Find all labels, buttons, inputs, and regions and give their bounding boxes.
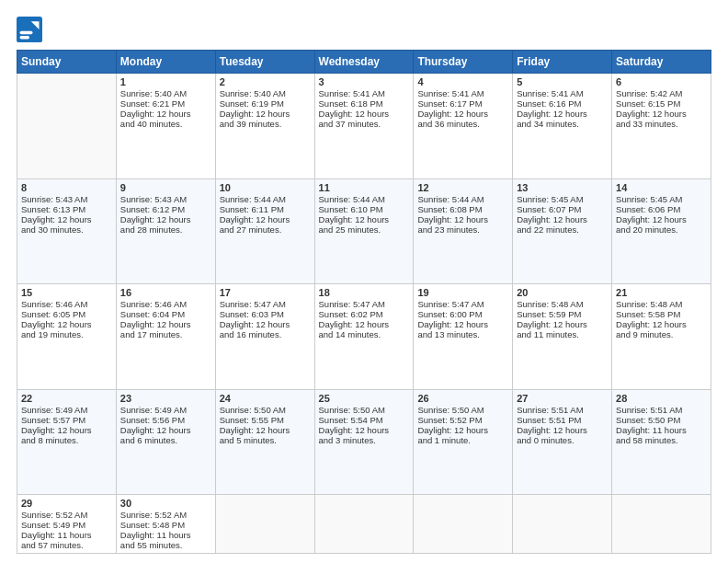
calendar-cell <box>17 74 117 179</box>
day-number: 22 <box>21 393 112 404</box>
day-number: 20 <box>517 287 608 298</box>
calendar-cell: 22Sunrise: 5:49 AMSunset: 5:57 PMDayligh… <box>17 389 117 495</box>
day-info-line: Sunrise: 5:42 AM <box>616 88 707 98</box>
calendar-cell: 15Sunrise: 5:46 AMSunset: 6:05 PMDayligh… <box>17 284 117 390</box>
day-info-line: Sunrise: 5:47 AM <box>319 299 410 309</box>
calendar-cell: 30Sunrise: 5:52 AMSunset: 5:48 PMDayligh… <box>116 495 215 554</box>
day-info-line: Sunset: 5:52 PM <box>417 415 508 425</box>
day-info-line: Sunset: 6:08 PM <box>417 204 508 214</box>
day-info-line: and 22 minutes. <box>517 224 608 235</box>
day-info-line: Daylight: 12 hours <box>616 214 707 224</box>
day-info-line: Daylight: 12 hours <box>120 425 211 435</box>
day-info-line: Daylight: 12 hours <box>517 319 608 329</box>
day-number: 28 <box>616 393 707 404</box>
calendar-cell: 10Sunrise: 5:44 AMSunset: 6:11 PMDayligh… <box>215 178 314 284</box>
day-info-line: Daylight: 12 hours <box>319 214 410 224</box>
day-number: 10 <box>220 182 311 193</box>
day-info-line: and 0 minutes. <box>517 435 608 445</box>
day-number: 1 <box>120 76 211 87</box>
svg-rect-3 <box>20 36 30 40</box>
calendar-cell: 21Sunrise: 5:48 AMSunset: 5:58 PMDayligh… <box>612 284 711 390</box>
day-info-line: Sunset: 6:19 PM <box>220 98 311 109</box>
day-info-line: Sunrise: 5:52 AM <box>120 510 211 520</box>
day-number: 5 <box>517 76 608 87</box>
day-info-line: Daylight: 12 hours <box>220 214 311 224</box>
day-info-line: Sunset: 5:58 PM <box>616 309 707 319</box>
day-number: 4 <box>417 76 508 87</box>
day-info-line: Sunrise: 5:43 AM <box>120 194 211 204</box>
day-info-line: Daylight: 12 hours <box>417 214 508 224</box>
day-info-line: Daylight: 12 hours <box>517 109 608 119</box>
day-info-line: and 13 minutes. <box>417 329 508 339</box>
calendar-cell <box>513 495 612 554</box>
day-info-line: and 14 minutes. <box>319 329 410 339</box>
day-info-line: and 20 minutes. <box>616 224 707 235</box>
day-number: 19 <box>417 287 508 298</box>
day-info-line: and 19 minutes. <box>21 329 112 339</box>
day-number: 13 <box>517 182 608 193</box>
day-info-line: and 5 minutes. <box>220 435 311 445</box>
day-info-line: Daylight: 12 hours <box>616 319 707 329</box>
day-info-line: Sunset: 6:06 PM <box>616 204 707 214</box>
header <box>17 17 711 42</box>
day-info-line: Sunrise: 5:50 AM <box>220 405 311 415</box>
day-info-line: Sunrise: 5:49 AM <box>21 405 112 415</box>
calendar-cell <box>215 495 314 554</box>
day-number: 3 <box>319 76 410 87</box>
day-info-line: Sunrise: 5:40 AM <box>120 88 211 98</box>
day-info-line: Sunset: 5:51 PM <box>517 415 608 425</box>
day-info-line: and 33 minutes. <box>616 119 707 129</box>
calendar-cell: 19Sunrise: 5:47 AMSunset: 6:00 PMDayligh… <box>414 284 513 390</box>
day-number: 2 <box>220 76 311 87</box>
day-number: 11 <box>319 182 410 193</box>
day-info-line: and 30 minutes. <box>21 224 112 235</box>
day-number: 15 <box>21 287 112 298</box>
day-number: 21 <box>616 287 707 298</box>
day-number: 24 <box>220 393 311 404</box>
day-info-line: and 9 minutes. <box>616 329 707 339</box>
day-info-line: Daylight: 12 hours <box>616 109 707 119</box>
day-info-line: and 23 minutes. <box>417 224 508 235</box>
day-info-line: and 55 minutes. <box>120 540 211 550</box>
day-info-line: Sunrise: 5:50 AM <box>319 405 410 415</box>
day-number: 27 <box>517 393 608 404</box>
day-info-line: and 37 minutes. <box>319 119 410 129</box>
calendar-cell: 26Sunrise: 5:50 AMSunset: 5:52 PMDayligh… <box>414 389 513 495</box>
day-info-line: Sunrise: 5:41 AM <box>319 88 410 98</box>
day-info-line: Sunrise: 5:49 AM <box>120 405 211 415</box>
calendar-cell: 18Sunrise: 5:47 AMSunset: 6:02 PMDayligh… <box>314 284 414 390</box>
day-info-line: Sunset: 6:12 PM <box>120 204 211 214</box>
day-number: 12 <box>417 182 508 193</box>
day-info-line: Daylight: 12 hours <box>417 319 508 329</box>
day-info-line: Sunset: 6:16 PM <box>517 98 608 109</box>
calendar-cell: 9Sunrise: 5:43 AMSunset: 6:12 PMDaylight… <box>116 178 215 284</box>
day-info-line: and 25 minutes. <box>319 224 410 235</box>
calendar-cell: 4Sunrise: 5:41 AMSunset: 6:17 PMDaylight… <box>414 74 513 179</box>
weekday-header: Friday <box>513 51 612 74</box>
day-info-line: Sunset: 5:57 PM <box>21 415 112 425</box>
day-number: 18 <box>319 287 410 298</box>
calendar-cell: 1Sunrise: 5:40 AMSunset: 6:21 PMDaylight… <box>116 74 215 179</box>
day-info-line: and 57 minutes. <box>21 540 112 550</box>
day-number: 25 <box>319 393 410 404</box>
weekday-header: Wednesday <box>314 51 414 74</box>
calendar-cell: 28Sunrise: 5:51 AMSunset: 5:50 PMDayligh… <box>612 389 711 495</box>
day-info-line: Daylight: 12 hours <box>21 319 112 329</box>
weekday-header: Saturday <box>612 51 711 74</box>
calendar-cell: 3Sunrise: 5:41 AMSunset: 6:18 PMDaylight… <box>314 74 414 179</box>
day-info-line: Sunset: 5:56 PM <box>120 415 211 425</box>
day-info-line: Sunrise: 5:44 AM <box>417 194 508 204</box>
day-info-line: Daylight: 12 hours <box>319 425 410 435</box>
day-info-line: and 16 minutes. <box>220 329 311 339</box>
day-info-line: Daylight: 12 hours <box>417 425 508 435</box>
day-info-line: and 36 minutes. <box>417 119 508 129</box>
calendar-cell: 29Sunrise: 5:52 AMSunset: 5:49 PMDayligh… <box>17 495 117 554</box>
day-info-line: and 27 minutes. <box>220 224 311 235</box>
calendar-cell <box>314 495 414 554</box>
day-info-line: Sunset: 5:49 PM <box>21 520 112 530</box>
calendar-table: SundayMondayTuesdayWednesdayThursdayFrid… <box>17 50 711 554</box>
calendar-cell: 14Sunrise: 5:45 AMSunset: 6:06 PMDayligh… <box>612 178 711 284</box>
day-info-line: Sunset: 6:03 PM <box>220 309 311 319</box>
day-info-line: Sunset: 6:18 PM <box>319 98 410 109</box>
day-info-line: Sunrise: 5:44 AM <box>220 194 311 204</box>
